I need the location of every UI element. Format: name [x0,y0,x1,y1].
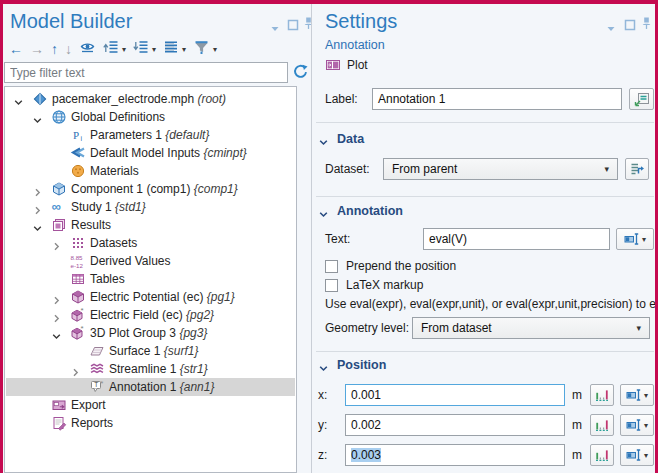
svg-text:*: * [81,307,84,315]
tree-item-tag: {pg1} [203,290,234,304]
settings-title: Settings [325,10,397,33]
data-section-header[interactable]: Data [318,132,364,146]
model-tree: pacemaker_electrode.mph (root)Global Def… [4,86,297,473]
tree-item-streamline-1[interactable]: Streamline 1 {str1} [6,360,295,378]
collapse-chevron-icon[interactable] [32,112,43,123]
chevron-down-icon[interactable]: ▾ [182,45,186,54]
chevron-down-icon[interactable]: ▾ [152,45,156,54]
filter-input[interactable] [4,62,288,83]
tree-item-materials[interactable]: Materials [6,162,295,180]
go-to-source-button[interactable] [625,158,649,180]
position-y-input[interactable]: 0.002 [345,414,565,436]
forward-button[interactable]: → [30,40,44,58]
back-button[interactable]: ← [9,40,23,58]
refresh-icon[interactable] [292,63,310,81]
default-model-inputs-icon [70,145,86,161]
prepend-position-checkbox[interactable] [325,260,338,273]
range-button[interactable] [590,384,614,406]
tree-item-pacemaker-electrode-mph[interactable]: pacemaker_electrode.mph (root) [6,90,295,108]
expand-chevron-icon[interactable] [32,184,43,195]
collapse-section-icon [318,360,329,371]
float-icon[interactable] [287,17,299,35]
geometry-level-select[interactable]: From dataset ▾ [412,317,650,339]
show-button[interactable] [79,40,96,58]
position-z-input[interactable]: 0.003 [345,444,565,466]
dataset-select[interactable]: From parent ▾ [383,158,618,180]
tree-item-study-1[interactable]: ∞Study 1 {std1} [6,198,295,216]
chevron-down-icon[interactable] [270,20,280,38]
tree-item-tag: (root) [194,92,226,106]
go-to-source-icon [629,161,645,177]
latex-markup-checkbox[interactable] [325,279,338,292]
range-button[interactable] [590,414,614,436]
filter-icon [193,39,210,59]
chevron-down-icon: ▾ [644,391,648,400]
svg-text:e-12: e-12 [71,262,84,269]
tree-item-label: Export [71,398,106,412]
filter-button[interactable]: ▾ [193,40,217,58]
pin-icon[interactable] [641,16,652,34]
plot-button[interactable]: Plot [325,57,368,73]
tree-item-tag: {ann1} [176,380,214,394]
position-section-header[interactable]: Position [318,358,386,372]
tree-item-tables[interactable]: Tables [6,270,295,288]
tree-item-electric-field-ec[interactable]: *Electric Field (ec) {pg2} [6,306,295,324]
rename-button[interactable] [629,88,654,110]
geometry-level-label: Geometry level: [325,321,409,335]
tree-item-electric-potential-ec[interactable]: Electric Potential (ec) {pg1} [6,288,295,306]
latex-markup-label: LaTeX markup [346,278,423,292]
tree-item-reports[interactable]: Reports [6,414,295,432]
tree-item-global-definitions[interactable]: Global Definitions [6,108,295,126]
prepend-position-label: Prepend the position [346,259,456,273]
tree-item-surface-1[interactable]: Surface 1 {surf1} [6,342,295,360]
annotation-text-input[interactable]: eval(V) [423,228,610,250]
expand-chevron-icon[interactable] [70,364,81,375]
range-button[interactable] [590,444,614,466]
tree-item-parameters-1[interactable]: PiParameters 1 {default} [6,126,295,144]
float-icon[interactable] [624,17,636,35]
comsol-window: Model Builder ←→↑↓▾▾▾▾ pacemaker_electro… [0,0,658,473]
collapse-chevron-icon[interactable] [51,328,62,339]
expand-chevron-icon[interactable] [51,238,62,249]
tree-item-component-1-comp1[interactable]: Component 1 (comp1) {comp1} [6,180,295,198]
move-down-button[interactable]: ↓ [65,40,72,58]
move-up-button[interactable]: ↑ [51,40,58,58]
tree-item-derived-values[interactable]: 8.85e-12Derived Values [6,252,295,270]
insert-expression-button[interactable]: ▾ [616,228,654,250]
data-section-title: Data [337,132,364,146]
expand-all-button[interactable]: ▾ [133,40,156,58]
tree-item-3d-plot-group-3[interactable]: *3D Plot Group 3 {pg3} [6,324,295,342]
tree-item-tag: {comp1} [190,182,237,196]
svg-text:8.85: 8.85 [71,254,84,261]
chevron-down-icon[interactable] [606,20,616,38]
insert-expression-button[interactable]: ▾ [620,384,654,406]
plot-icon [325,57,341,73]
tree-item-tag: {pg2} [183,308,214,322]
collapse-chevron-icon[interactable] [32,220,43,231]
tree-item-label: Parameters 1 {default} [90,128,209,142]
tree-item-annotation-1[interactable]: T*Annotation 1 {ann1} [6,378,295,396]
tree-item-label: Electric Field (ec) {pg2} [90,308,214,322]
collapse-chevron-icon[interactable] [13,94,24,105]
settings-subtitle-link[interactable]: Annotation [325,38,385,52]
expand-chevron-icon[interactable] [32,202,43,213]
tree-item-label: Electric Potential (ec) {pg1} [90,290,235,304]
list-view-button[interactable]: ▾ [163,40,186,58]
tree-item-results[interactable]: Results [6,216,295,234]
tree-item-datasets[interactable]: Datasets [6,234,295,252]
position-z-label: z: [318,448,327,462]
chevron-down-icon[interactable]: ▾ [122,45,126,54]
tree-item-default-model-inputs[interactable]: Default Model Inputs {cminpt} [6,144,295,162]
surface-plot-icon [89,343,105,359]
tree-item-label: Datasets [90,236,137,250]
label-input[interactable]: Annotation 1 [372,88,622,110]
annotation-section-header[interactable]: Annotation [318,204,403,218]
tree-item-export[interactable]: Export [6,396,295,414]
collapse-all-button[interactable]: ▾ [103,40,126,58]
expand-chevron-icon[interactable] [51,292,62,303]
chevron-down-icon[interactable]: ▾ [213,45,217,54]
position-x-input[interactable]: 0.001 [345,384,565,406]
expand-chevron-icon[interactable] [51,310,62,321]
insert-expression-button[interactable]: ▾ [620,414,654,436]
insert-expression-button[interactable]: ▾ [620,444,654,466]
